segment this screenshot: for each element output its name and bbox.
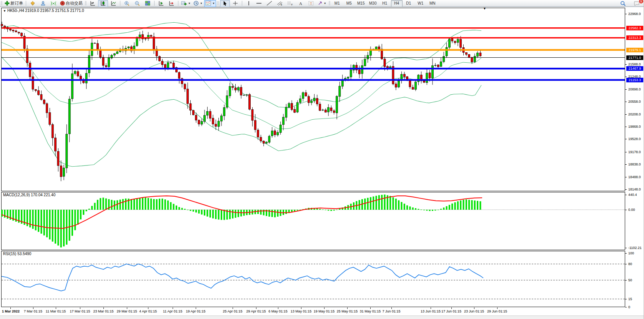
- date-tick: [148, 307, 148, 309]
- templates-button[interactable]: ▼: [204, 0, 216, 7]
- crosshair-tool-button[interactable]: [230, 0, 240, 7]
- toolbar-grip[interactable]: [329, 1, 330, 6]
- axis-tick: [625, 248, 627, 248]
- date-label: 23 Jun 01:15: [464, 309, 484, 313]
- horizontal-line-tool-button[interactable]: [254, 0, 264, 7]
- axis-tick: [625, 89, 627, 90]
- svg-text:T: T: [310, 2, 312, 5]
- axis-tick: [625, 189, 627, 190]
- tf-button-M30[interactable]: M30: [367, 0, 379, 7]
- date-tick: [324, 307, 324, 309]
- periods-button[interactable]: ▼: [192, 0, 204, 7]
- rsi-axis-label: 80: [628, 262, 632, 266]
- bar-chart-button[interactable]: [88, 0, 98, 7]
- price-tick-label: 22968.0: [628, 12, 641, 16]
- date-label: 29 Mar 01:15: [116, 309, 137, 313]
- trendline-tool-button[interactable]: [265, 0, 275, 7]
- chat-button[interactable]: 1: [632, 0, 642, 7]
- axis-tick: [625, 280, 627, 281]
- date-label: 19 May 01:15: [314, 309, 335, 313]
- rsi-panel[interactable]: [1, 251, 625, 307]
- chart-shift-button[interactable]: [166, 0, 176, 7]
- separator: [242, 1, 242, 6]
- tf-button-H4[interactable]: H4: [391, 0, 403, 7]
- svg-text:E: E: [281, 3, 282, 6]
- text-icon: A: [298, 1, 303, 6]
- axis-tick: [625, 127, 627, 127]
- trendline-icon: [266, 1, 272, 6]
- date-tick: [347, 307, 348, 309]
- price-tick-label: 20558.0: [628, 100, 641, 104]
- tf-button-W1[interactable]: W1: [415, 0, 426, 7]
- vertical-line-tool-button[interactable]: [244, 0, 254, 7]
- date-tick: [233, 307, 233, 309]
- crosshair-icon: [233, 1, 238, 6]
- zoom-out-button[interactable]: [132, 0, 142, 7]
- date-axis[interactable]: 1 Mar 20227 Mar 01:1511 Mar 01:1517 Mar …: [1, 307, 625, 315]
- arrows-tool-button[interactable]: ▼: [316, 0, 328, 7]
- search-button[interactable]: [618, 0, 628, 7]
- tf-button-M5[interactable]: M5: [343, 0, 355, 7]
- favorites-button[interactable]: [28, 0, 38, 7]
- date-tick: [10, 307, 11, 309]
- date-label: 25 May 01:15: [337, 309, 358, 313]
- svg-text:F: F: [291, 3, 293, 6]
- tf-button-H1[interactable]: H1: [379, 0, 391, 7]
- separator: [120, 1, 120, 6]
- profile-button[interactable]: [38, 0, 48, 7]
- trading-app-window: 新订单 自动交易: [0, 0, 644, 319]
- date-label: 31 May 01:15: [360, 309, 381, 313]
- tile-windows-icon: [145, 1, 150, 6]
- price-tick-label: 20898.0: [628, 87, 641, 91]
- price-line-badge: 21771.0: [626, 55, 643, 60]
- signals-button[interactable]: [48, 0, 58, 7]
- tile-windows-button[interactable]: [143, 0, 153, 7]
- tf-button-M15[interactable]: M15: [355, 0, 367, 7]
- toolbar-grip[interactable]: [217, 1, 219, 6]
- toolbar-grip[interactable]: [1, 1, 2, 6]
- date-tick: [196, 307, 196, 309]
- axis-tick: [625, 14, 627, 14]
- date-tick: [497, 307, 498, 309]
- svg-text:A: A: [299, 1, 302, 6]
- axis-tick: [625, 253, 627, 254]
- tf-button-D1[interactable]: D1: [403, 0, 414, 7]
- macd-indicator-label: MACD(12,26,9) 170.04 221.40: [3, 193, 55, 197]
- text-tool-button[interactable]: A: [296, 0, 306, 7]
- fibonacci-tool-button[interactable]: F: [285, 0, 295, 7]
- date-tick: [278, 307, 278, 309]
- date-tick: [127, 307, 127, 309]
- gold-diamond-icon: [30, 1, 35, 6]
- tf-button-MN[interactable]: MN: [427, 0, 438, 7]
- new-order-button[interactable]: 新订单: [3, 0, 24, 7]
- channel-tool-button[interactable]: E: [275, 0, 285, 7]
- tf-button-M1[interactable]: M1: [331, 0, 343, 7]
- axis-tick: [625, 139, 627, 139]
- price-tick-label: 19528.0: [628, 137, 641, 141]
- autotrading-label: 自动交易: [66, 0, 83, 6]
- axis-tick: [625, 64, 627, 65]
- fibonacci-icon: F: [287, 1, 293, 6]
- toolbar-grip[interactable]: [85, 1, 87, 6]
- autotrading-button[interactable]: 自动交易: [59, 0, 84, 7]
- zoom-in-button[interactable]: [122, 0, 132, 7]
- main-chart-panel[interactable]: [1, 8, 625, 191]
- price-line-badge: 22582.3: [626, 26, 643, 30]
- chart-symbol-period: HK50-,H4: [7, 8, 24, 13]
- new-order-plus-icon: [5, 1, 10, 6]
- cursor-tool-button[interactable]: [220, 0, 230, 7]
- indicators-button[interactable]: ▼: [180, 0, 192, 7]
- date-label: 7 Mar 01:15: [24, 309, 42, 313]
- search-icon: [620, 1, 626, 6]
- chart-shift-marker[interactable]: ▼: [483, 7, 486, 10]
- axis-tick: [625, 114, 627, 115]
- candlestick-chart-button[interactable]: [98, 0, 108, 7]
- line-chart-button[interactable]: [108, 0, 118, 7]
- text-label-tool-button[interactable]: T: [306, 0, 316, 7]
- price-tick-label: 19178.0: [628, 150, 641, 154]
- auto-scroll-button[interactable]: [156, 0, 166, 7]
- signal-icon: [51, 1, 56, 6]
- price-axis[interactable]: 22968.021588.021248.020898.020558.020208…: [625, 7, 644, 316]
- macd-panel[interactable]: [1, 192, 625, 250]
- collapse-arrow-icon[interactable]: ▼: [3, 9, 6, 13]
